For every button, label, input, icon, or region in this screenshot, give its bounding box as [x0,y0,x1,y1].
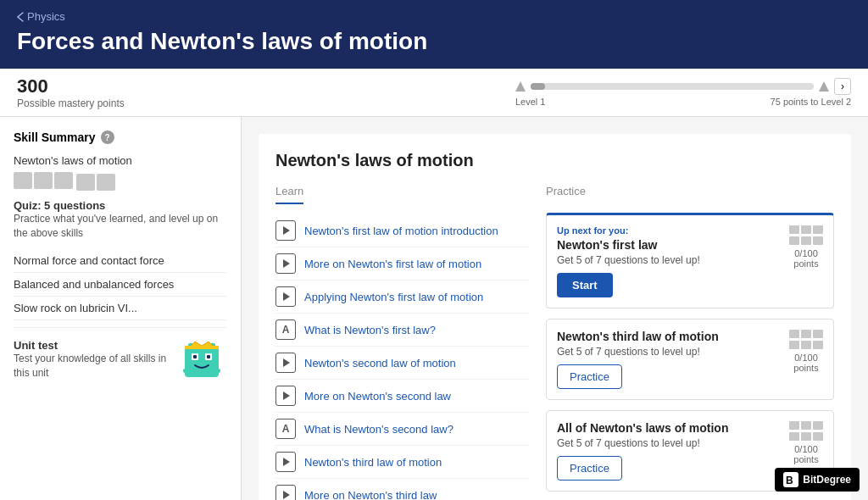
quiz-section: Quiz: 5 questions Practice what you've l… [14,199,227,241]
points-block-4 [789,236,799,245]
skill-summary-label: Skill Summary [14,131,96,144]
skill-block-2 [34,172,53,189]
play-icon [275,220,296,241]
svg-marker-0 [515,81,526,92]
lesson-item-1[interactable]: More on Newton's first law of motion [275,247,529,281]
points-block-1 [789,421,799,430]
points-display-2: 0/100 points [789,421,823,464]
points-value-1: 0/100 [789,353,823,363]
page-header: Physics Forces and Newton's laws of moti… [0,0,868,69]
practice-card-desc-0: Get 5 of 7 questions to level up! [557,254,781,266]
practice-card-title-0: Newton's first law [557,238,781,252]
points-block-3 [813,330,823,338]
content-area: Newton's laws of motion Learn Newton's f… [242,117,868,500]
progress-next-btn[interactable]: › [834,78,851,95]
sidebar: Skill Summary ? Newton's laws of motion … [0,117,242,500]
practice-card-title-2: All of Newton's laws of motion [557,421,781,435]
bitdegree-watermark: B BitDegree [775,468,860,492]
two-col-layout: Learn Newton's first law of motion intro… [275,184,834,500]
unit-test-desc: Test your knowledge of all skills in thi… [14,352,168,381]
lessons-list: Newton's first law of motion introductio… [275,214,529,500]
progress-labels: Level 1 75 points to Level 2 [515,97,851,107]
back-label: Physics [27,10,65,23]
learn-column: Learn Newton's first law of motion intro… [275,184,529,500]
lesson-text-4: Newton's second law of motion [304,357,456,369]
learn-header: Learn [275,185,303,204]
play-icon [275,386,296,406]
lesson-item-0[interactable]: Newton's first law of motion introductio… [275,214,529,247]
sidebar-item-slow-rock[interactable]: Slow rock on lubricin VI... [14,297,227,320]
points-display-0: 0/100 points [789,225,823,269]
points-row-top [789,421,823,430]
unit-test-section: Unit test Test your knowledge of all ski… [14,327,227,392]
points-block-6 [813,341,823,349]
points-block-4 [789,432,799,441]
page-title: Forces and Newton's laws of motion [17,28,851,55]
points-block-5 [801,432,811,441]
practice-card-1: Newton's third law of motionGet 5 of 7 q… [546,319,834,400]
points-block-2 [801,421,811,430]
points-row-bottom [789,432,823,441]
lesson-text-2: Applying Newton's first law of motion [304,291,483,303]
practice-info-0: Up next for you:Newton's first lawGet 5 … [557,225,781,297]
up-next-label: Up next for you: [557,225,781,236]
practice-card-title-1: Newton's third law of motion [557,330,781,343]
points-display-1: 0/100 points [789,330,823,373]
points-block-3 [813,421,823,430]
points-block-6 [813,236,823,245]
skill-icons [14,172,227,191]
lesson-text-7: Newton's third law of motion [304,456,442,469]
svg-rect-10 [214,369,220,373]
points-row-top [789,225,823,234]
practice-card-0: Up next for you:Newton's first lawGet 5 … [546,213,834,308]
article-icon: A [275,419,296,439]
svg-text:B: B [786,475,793,486]
practice-button-1[interactable]: Practice [557,364,622,389]
practice-card-desc-1: Get 5 of 7 questions to level up! [557,346,781,358]
help-icon[interactable]: ? [101,131,114,144]
lesson-item-3[interactable]: AWhat is Newton's first law? [275,314,529,347]
bitdegree-icon: B [783,472,798,487]
points-value-2: 0/100 [789,444,823,454]
points-row-bottom [789,341,823,349]
progress-bar-container: › Level 1 75 points to Level 2 [515,78,851,107]
lesson-text-8: More on Newton's third law [304,489,437,501]
svg-rect-12 [185,346,219,349]
skill-name: Newton's laws of motion [14,154,227,167]
practice-column: Practice Up next for you:Newton's first … [546,184,834,500]
practice-button-2[interactable]: Practice [557,456,622,481]
lesson-text-1: More on Newton's first law of motion [304,258,481,270]
progress-track [531,83,814,90]
points-block-2 [801,225,811,234]
practice-card-desc-2: Get 5 of 7 questions to level up! [557,437,781,449]
points-icons-0 [789,225,823,245]
lesson-text-5: More on Newton's second law [304,390,451,403]
points-block-5 [801,236,811,245]
lesson-item-6[interactable]: AWhat is Newton's second law? [275,413,529,446]
points-block-1 [789,225,799,234]
lesson-item-8[interactable]: More on Newton's third law [275,479,529,500]
skill-section-newtons: Newton's laws of motion [14,154,227,191]
lesson-item-2[interactable]: Applying Newton's first law of motion [275,281,529,314]
play-icon [275,452,296,472]
mastery-label: Possible mastery points [17,97,254,109]
sidebar-item-balanced-forces[interactable]: Balanced and unbalanced forces [14,273,227,297]
lesson-item-7[interactable]: Newton's third law of motion [275,446,529,479]
points-label-2: points [789,454,823,464]
sidebar-item-normal-force[interactable]: Normal force and contact force [14,249,227,273]
points-block-2 [801,330,811,338]
points-block-4 [789,341,799,349]
start-button-0[interactable]: Start [557,273,613,297]
mascot-icon [176,335,227,386]
back-link[interactable]: Physics [17,10,851,23]
skill-block-1 [14,172,32,189]
level1-label: Level 1 [515,97,545,107]
lesson-item-4[interactable]: Newton's second law of motion [275,347,529,380]
lesson-text-3: What is Newton's first law? [304,324,436,336]
lesson-item-5[interactable]: More on Newton's second law [275,380,529,413]
bitdegree-label: BitDegree [803,474,851,486]
points-label-1: points [789,363,823,373]
svg-rect-9 [183,369,190,373]
points-label-0: points [789,258,823,269]
practice-cards: Up next for you:Newton's first lawGet 5 … [546,213,834,492]
